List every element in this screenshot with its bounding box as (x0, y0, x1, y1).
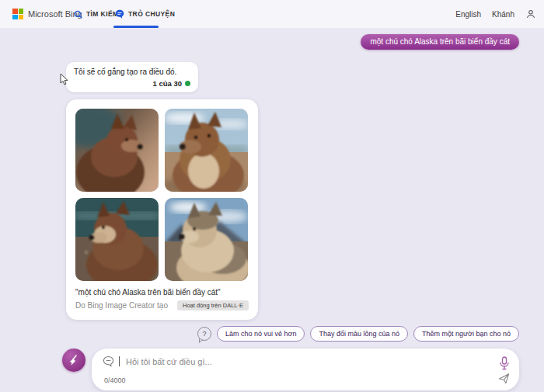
tab-search-label: TÌM KIẾM (86, 10, 118, 18)
search-icon (74, 10, 82, 19)
user-message-bubble: một chú chó Alaska trên bãi biển đầy cát (361, 34, 519, 50)
image-result-card: "một chú chó Alaska trên bãi biển đầy cá… (66, 99, 258, 320)
suggestion-chip-1[interactable]: Làm cho nó vui vẻ hơn (217, 326, 305, 342)
tab-chat[interactable]: TRÒ CHUYỆN (115, 0, 175, 28)
active-tab-underline (113, 26, 159, 28)
bot-message-text: Tôi sẽ cố gắng tạo ra điều đó. (74, 68, 190, 76)
suggestion-chip-2[interactable]: Thay đổi màu lông của nó (310, 326, 408, 342)
generated-image-grid (75, 109, 249, 281)
broom-icon (68, 354, 80, 366)
usage-counter: 1 của 30 (153, 79, 183, 88)
microsoft-logo-icon (12, 9, 23, 19)
send-icon[interactable] (498, 373, 510, 384)
top-navigation-bar: Microsoft Bing TÌM KIẾM TRÒ CHUYỆN Engli… (0, 0, 544, 28)
chat-bubble-icon (115, 9, 124, 19)
tab-chat-label: TRÒ CHUYỆN (128, 10, 175, 18)
user-name[interactable]: Khánh (492, 10, 514, 19)
status-dot-icon (185, 81, 190, 86)
message-bubble-icon (103, 356, 114, 367)
suggestion-row: ? Làm cho nó vui vẻ hơn Thay đổi màu lôn… (197, 326, 519, 342)
bing-chat-page: Microsoft Bing TÌM KIẾM TRÒ CHUYỆN Engli… (0, 0, 544, 392)
generated-image-3[interactable] (75, 198, 159, 281)
mouse-cursor-icon (60, 74, 68, 85)
microphone-icon[interactable] (499, 356, 510, 370)
chat-input-box[interactable]: 0/4000 (92, 349, 519, 390)
bot-message-bubble: Tôi sẽ cố gắng tạo ra điều đó. 1 của 30 (66, 62, 198, 92)
generated-image-4[interactable] (165, 198, 248, 281)
generated-image-2[interactable] (165, 109, 248, 192)
character-counter: 0/4000 (104, 376, 126, 384)
dalle-badge: Hoạt động trên DALL·E (177, 300, 249, 310)
suggestion-chip-3[interactable]: Thêm một người bạn cho nó (413, 326, 519, 342)
generated-image-1[interactable] (75, 109, 159, 192)
microsoft-bing-logo[interactable]: Microsoft Bing (12, 0, 82, 28)
person-icon[interactable] (525, 9, 536, 19)
image-caption: "một chú chó Alaska trên bãi biển đầy cá… (75, 288, 249, 297)
chat-text-input[interactable] (124, 356, 488, 367)
language-switch[interactable]: English (455, 10, 481, 19)
tab-search[interactable]: TÌM KIẾM (74, 0, 118, 28)
image-attribution: Do Bing Image Creator tạo (75, 301, 168, 310)
new-topic-button[interactable] (62, 349, 85, 372)
text-caret (119, 356, 120, 366)
question-bubble-icon[interactable]: ? (197, 327, 211, 341)
